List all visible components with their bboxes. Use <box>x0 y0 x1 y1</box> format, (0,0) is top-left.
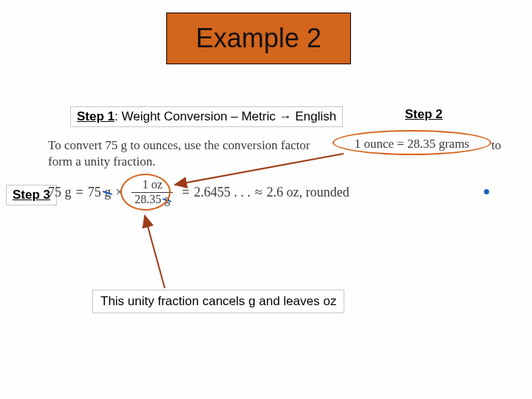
conversion-factor: 1 ounce = 28.35 grams <box>336 133 488 155</box>
eq-lhs: 75 g <box>48 185 72 200</box>
title-box: Example 2 <box>166 13 351 64</box>
title-text: Example 2 <box>196 23 321 54</box>
arrow-caption-to-fraction <box>145 216 165 288</box>
step2-label: Step 2 <box>405 107 443 122</box>
equation: 75 g = 75 g × 1 oz 28.35 g = 2.6455 . . … <box>48 179 349 206</box>
instruction-line1: To convert 75 g to ounces, use the conve… <box>48 137 329 170</box>
fraction-denominator: 28.35 g <box>132 192 173 206</box>
eq-decimal: 2.6455 . . . <box>194 185 250 200</box>
step1-text: : Weight Conversion – Metric → English <box>115 109 336 123</box>
eq-approx: ≈ <box>255 185 262 200</box>
instruction-line2: form a unity fraction. <box>48 154 155 168</box>
step1-box: Step 1: Weight Conversion – Metric → Eng… <box>70 106 343 127</box>
caption-box: This unity fraction cancels g and leaves… <box>92 290 344 313</box>
eq-equals2: = <box>182 185 189 200</box>
unity-fraction: 1 oz 28.35 g <box>132 179 173 206</box>
instruction-line1a: To convert 75 g to ounces, use the conve… <box>48 138 310 152</box>
eq-mid: 75 g <box>88 185 112 200</box>
bullet-icon <box>484 189 489 194</box>
eq-equals1: = <box>76 185 83 200</box>
cancel-g-1: g <box>104 185 111 200</box>
instruction-line1b: to <box>491 138 501 153</box>
slide: Example 2 Step 1: Weight Conversion – Me… <box>0 0 532 399</box>
fraction-numerator: 1 oz <box>140 179 166 192</box>
cancel-g-2: g <box>164 194 170 206</box>
eq-times: × <box>115 185 123 200</box>
eq-result: 2.6 oz, rounded <box>267 185 349 200</box>
step1-label: Step 1 <box>77 109 115 123</box>
